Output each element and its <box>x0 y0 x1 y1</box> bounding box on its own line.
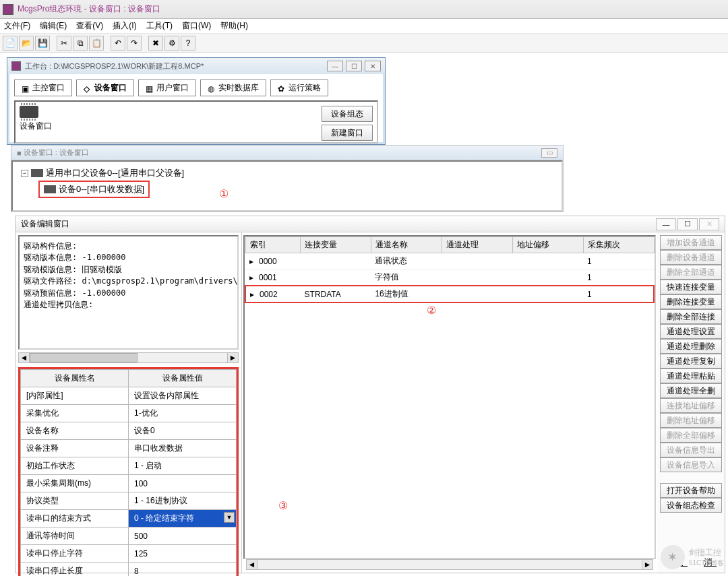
device-panel-label: 设备窗口 <box>20 121 373 132</box>
tb-new-icon[interactable]: 📄 <box>3 36 18 51</box>
property-row[interactable]: 读串口停止长度8 <box>21 563 237 577</box>
side-action-button: 删除地址偏移 <box>660 413 722 428</box>
tb-undo-icon[interactable]: ↶ <box>111 36 125 51</box>
property-row[interactable]: 读串口停止字符125 <box>21 545 237 563</box>
tb-save-icon[interactable]: 💾 <box>35 36 50 51</box>
channel-grid[interactable]: 索引 连接变量 通道名称 通道处理 地址偏移 采集频次 ▸0000通讯状态1▸0… <box>245 236 655 303</box>
side-action-button: 连接地址偏移 <box>660 398 722 413</box>
tree-collapse-icon[interactable]: − <box>21 170 28 177</box>
col-index[interactable]: 索引 <box>245 237 301 253</box>
scroll-left-icon[interactable]: ◄ <box>19 353 30 362</box>
tb-redo-icon[interactable]: ↷ <box>127 36 142 51</box>
property-row[interactable]: 协议类型1 - 16进制协议 <box>21 492 237 510</box>
scroll-right-icon[interactable]: ► <box>227 353 238 362</box>
grid-icon: ▦ <box>146 84 154 92</box>
col-addr[interactable]: 地址偏移 <box>512 237 583 253</box>
side-action-button[interactable]: 删除全部连接 <box>660 309 722 324</box>
col-channel[interactable]: 通道名称 <box>371 237 442 253</box>
row-icon: ▸ <box>250 290 260 299</box>
tree-root-item[interactable]: − 通用串口父设备0--[通用串口父设备] <box>21 166 553 181</box>
editor-left-column: 驱动构件信息: 驱动版本信息: -1.000000 驱动模版信息: 旧驱动模版 … <box>16 232 242 573</box>
side-action-button[interactable]: 通道处理全删 <box>660 383 722 398</box>
side-action-button[interactable]: 通道处理删除 <box>660 339 722 354</box>
device-tree-restore-button[interactable]: ▭ <box>541 148 557 158</box>
dropdown-arrow-icon[interactable]: ▼ <box>224 512 235 523</box>
editor-minimize-button[interactable]: — <box>656 218 676 230</box>
menu-view[interactable]: 查看(V) <box>76 20 103 32</box>
menu-insert[interactable]: 插入(I) <box>113 20 136 32</box>
scroll-left-icon[interactable]: ◄ <box>247 560 257 569</box>
table-row[interactable]: ▸0000通讯状态1 <box>245 253 654 269</box>
annotation-3: ③ <box>278 499 288 512</box>
side-action-button[interactable]: 设备组态检查 <box>660 498 722 513</box>
side-action-button[interactable]: 打开设备帮助 <box>660 483 722 498</box>
editor-grid-column: 索引 连接变量 通道名称 通道处理 地址偏移 采集频次 ▸0000通讯状态1▸0… <box>243 235 656 570</box>
scroll-thumb[interactable] <box>30 353 138 362</box>
col-variable[interactable]: 连接变量 <box>301 237 371 253</box>
property-row[interactable]: 最小采集周期(ms)100 <box>21 475 237 492</box>
editor-close-button[interactable]: ✕ <box>699 218 719 230</box>
info-hscrollbar[interactable]: ◄ ► <box>18 352 239 363</box>
side-action-button[interactable]: 快速连接变量 <box>660 280 722 294</box>
device-tree: − 通用串口父设备0--[通用串口父设备] 设备0--[串口收发数据] <box>11 160 563 212</box>
annotation-2: ② <box>427 304 436 317</box>
cancel-button[interactable]: 消 <box>704 556 717 569</box>
col-freq[interactable]: 采集频次 <box>583 237 654 253</box>
col-process[interactable]: 通道处理 <box>442 237 512 253</box>
property-row[interactable]: 读串口的结束方式0 - 给定结束字符▼ <box>21 510 237 527</box>
close-button[interactable]: ✕ <box>365 61 381 71</box>
annotation-1: ① <box>219 187 229 200</box>
tb-settings-icon[interactable]: ⚙ <box>164 36 179 51</box>
tb-tools-icon[interactable]: ✖ <box>148 36 163 51</box>
grid-hscrollbar[interactable]: ◄ ► <box>246 559 653 570</box>
title-bar: McgsPro组态环境 - 设备窗口 : 设备窗口 <box>0 0 728 19</box>
tab-device-window[interactable]: ◇设备窗口 <box>76 79 134 96</box>
tab-main-window[interactable]: ▣主控窗口 <box>14 79 72 96</box>
property-table[interactable]: 设备属性名 设备属性值 [内部属性]设置设备内部属性采集优化1-优化设备名称设备… <box>20 369 237 576</box>
editor-maximize-button[interactable]: ☐ <box>677 218 698 230</box>
row-icon: ▸ <box>249 273 259 282</box>
tab-user-window[interactable]: ▦用户窗口 <box>138 79 196 96</box>
property-row[interactable]: 采集优化1-优化 <box>21 405 237 422</box>
table-row[interactable]: ▸0002STRDATA16进制值1 <box>245 286 654 302</box>
menu-window[interactable]: 窗口(W) <box>182 20 211 32</box>
menu-file[interactable]: 文件(F) <box>4 20 30 32</box>
maximize-button[interactable]: ☐ <box>346 61 362 71</box>
row-icon: ▸ <box>249 257 259 266</box>
chip-icon <box>44 185 56 193</box>
tb-copy-icon[interactable]: ⧉ <box>73 36 88 51</box>
tb-paste-icon[interactable]: 📋 <box>89 36 104 51</box>
tree-child-item[interactable]: 设备0--[串口收发数据] <box>38 181 150 198</box>
menu-tools[interactable]: 工具(T) <box>146 20 173 32</box>
property-row[interactable]: 初始工作状态1 - 启动 <box>21 457 237 475</box>
chip-icon <box>31 169 43 177</box>
property-row[interactable]: 通讯等待时间500 <box>21 527 237 545</box>
tab-rtdb[interactable]: ◍实时数据库 <box>200 79 266 96</box>
menu-help[interactable]: 帮助(H) <box>220 20 248 32</box>
property-row[interactable]: 设备名称设备0 <box>21 422 237 440</box>
property-table-wrap: 设备属性名 设备属性值 [内部属性]设置设备内部属性采集优化1-优化设备名称设备… <box>18 367 239 576</box>
side-action-button[interactable]: 通道处理设置 <box>660 324 722 339</box>
ok-button[interactable]: 取 <box>675 556 688 569</box>
tab-strategy[interactable]: ✿运行策略 <box>270 79 328 96</box>
workbench-icon <box>11 61 21 71</box>
tb-cut-icon[interactable]: ✂ <box>57 36 71 51</box>
app-icon <box>3 4 13 15</box>
side-action-button[interactable]: 通道处理粘贴 <box>660 369 722 383</box>
device-tree-titlebar: ■ 设备窗口 : 设备窗口 ▭ <box>11 146 563 160</box>
device-chip-icon[interactable] <box>20 106 38 118</box>
side-action-button[interactable]: 删除连接变量 <box>660 294 722 309</box>
minimize-button[interactable]: — <box>327 61 343 71</box>
property-row[interactable]: 设备注释串口收发数据 <box>21 440 237 457</box>
scroll-right-icon[interactable]: ► <box>642 560 653 569</box>
tb-help-icon[interactable]: ? <box>181 36 195 51</box>
property-row[interactable]: [内部属性]设置设备内部属性 <box>21 387 237 405</box>
gear-icon: ✿ <box>278 84 286 92</box>
new-window-button[interactable]: 新建窗口 <box>322 125 373 141</box>
table-row[interactable]: ▸0001字符值1 <box>245 269 654 286</box>
tb-open-icon[interactable]: 📂 <box>19 36 34 51</box>
side-action-button[interactable]: 通道处理复制 <box>660 354 722 369</box>
menu-edit[interactable]: 编辑(E) <box>40 20 67 32</box>
workbench-title: 工作台 : D:\MCGSPROSP2.1\WORK\新建工程8.MCP* <box>25 61 204 71</box>
device-config-button[interactable]: 设备组态 <box>322 106 373 122</box>
